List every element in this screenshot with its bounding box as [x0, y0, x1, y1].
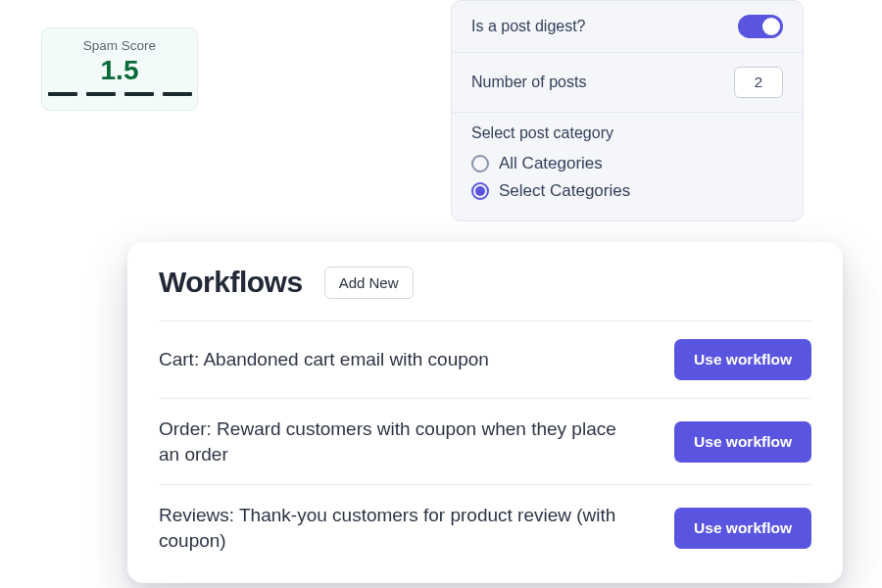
workflow-row: Order: Reward customers with coupon when…	[159, 398, 811, 484]
workflows-title: Workflows	[159, 266, 303, 299]
workflow-text: Order: Reward customers with coupon when…	[159, 416, 629, 466]
add-new-button[interactable]: Add New	[324, 267, 414, 299]
radio-label: Select Categories	[499, 181, 630, 201]
posts-row: Number of posts 2	[452, 53, 803, 113]
workflow-row: Reviews: Thank-you customers for product…	[159, 484, 811, 570]
radio-icon	[471, 182, 489, 200]
radio-option-select[interactable]: Select Categories	[471, 177, 783, 205]
spam-score-meter	[42, 92, 197, 96]
use-workflow-button[interactable]: Use workflow	[674, 508, 811, 549]
workflow-text: Cart: Abandoned cart email with coupon	[159, 347, 489, 372]
category-heading: Select post category	[471, 124, 783, 142]
spam-score-value: 1.5	[42, 55, 197, 86]
category-block: Select post category All Categories Sele…	[452, 113, 803, 220]
workflows-header: Workflows Add New	[159, 266, 811, 299]
use-workflow-button[interactable]: Use workflow	[674, 339, 811, 380]
posts-label: Number of posts	[471, 74, 586, 91]
post-settings-panel: Is a post digest? Number of posts 2 Sele…	[451, 0, 804, 221]
workflow-text: Reviews: Thank-you customers for product…	[159, 503, 629, 553]
digest-toggle[interactable]	[738, 15, 783, 38]
posts-number-input[interactable]: 2	[734, 67, 783, 98]
radio-icon	[471, 155, 489, 172]
digest-row: Is a post digest?	[452, 1, 803, 53]
spam-score-label: Spam Score	[42, 38, 197, 53]
spam-score-card: Spam Score 1.5	[41, 27, 198, 111]
radio-option-all[interactable]: All Categories	[471, 150, 783, 177]
radio-label: All Categories	[499, 154, 603, 173]
digest-label: Is a post digest?	[471, 18, 586, 35]
use-workflow-button[interactable]: Use workflow	[674, 421, 811, 463]
workflows-card: Workflows Add New Cart: Abandoned cart e…	[127, 242, 843, 583]
workflow-row: Cart: Abandoned cart email with coupon U…	[159, 320, 811, 398]
